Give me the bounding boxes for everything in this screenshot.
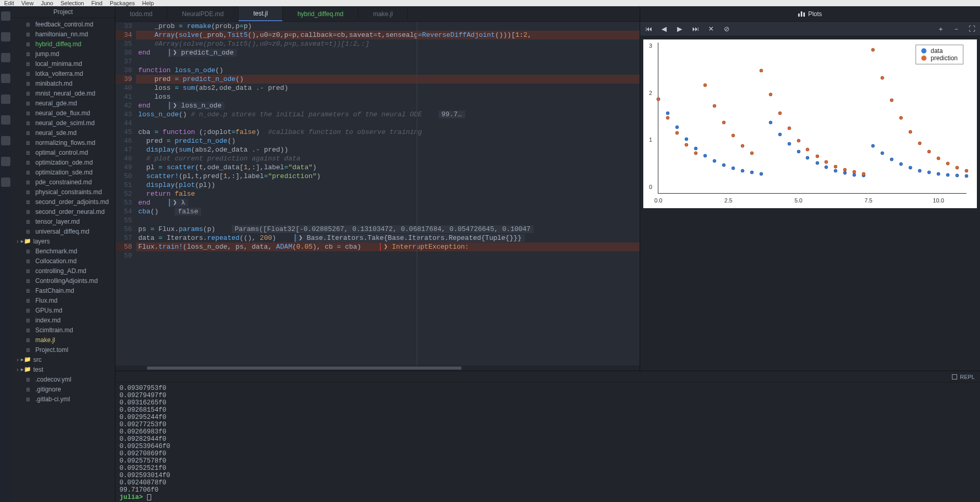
plot-zoomin-button[interactable]: ＋ <box>935 24 946 34</box>
code-line[interactable] <box>136 57 640 66</box>
menu-find[interactable]: Find <box>91 0 102 6</box>
menu-packages[interactable]: Packages <box>110 0 135 6</box>
code-line[interactable]: end ❯ loss_n_ode <box>136 101 640 110</box>
menu-help[interactable]: Help <box>142 0 154 6</box>
file-item[interactable]: 🗎ControllingAdjoints.md <box>11 276 115 286</box>
file-item[interactable]: 🗎physical_constraints.md <box>11 187 115 197</box>
file-item[interactable]: 🗎hybrid_diffeq.md <box>11 39 115 49</box>
code-lines[interactable]: _prob = remake(prob,p=p) Array(solve(_pr… <box>136 22 640 365</box>
code-line[interactable]: scatter!(pl,t,pred[1,:],label="predictio… <box>136 172 640 181</box>
file-item[interactable]: 🗎optimal_control.md <box>11 147 115 157</box>
activity-icon[interactable] <box>1 74 10 83</box>
file-item[interactable]: 🗎local_minima.md <box>11 59 115 69</box>
file-item[interactable]: 🗎index.md <box>11 315 115 325</box>
code-editor[interactable]: 3334353637383940414243444546474849505152… <box>115 22 640 365</box>
file-item[interactable]: 🗎pde_constrained.md <box>11 177 115 187</box>
file-item[interactable]: 🗎jump.md <box>11 49 115 59</box>
file-item[interactable]: 🗎Flux.md <box>11 295 115 305</box>
code-line[interactable]: cba = function (;doplot=false) #callback… <box>136 128 640 137</box>
file-item[interactable]: 🗎minibatch.md <box>11 78 115 88</box>
activity-icon[interactable] <box>1 115 10 125</box>
file-item[interactable]: 🗎hamiltonian_nn.md <box>11 29 115 39</box>
code-line[interactable]: loss = sum(abs2,ode_data .- pred) <box>136 84 640 92</box>
repl-prompt[interactable]: julia> <box>120 494 976 501</box>
code-line[interactable]: display(sum(abs2,ode_data .- pred)) <box>136 145 640 154</box>
plot-zoomout-button[interactable]: － <box>951 24 961 34</box>
file-item[interactable]: 🗎neural_ode_sciml.md <box>11 118 115 128</box>
file-item[interactable]: 🗎normalizing_flows.md <box>11 138 115 147</box>
plot-last-button[interactable]: ⏭ <box>690 24 700 34</box>
file-item[interactable]: 🗎.codecov.yml <box>11 374 115 384</box>
code-line[interactable]: pred = predict_n_ode() <box>136 137 640 145</box>
code-line[interactable]: return false <box>136 189 640 198</box>
file-item[interactable]: 🗎optimization_sde.md <box>11 167 115 177</box>
activity-icon[interactable] <box>1 178 10 187</box>
file-item[interactable]: 🗎.gitignore <box>11 384 115 394</box>
code-line[interactable] <box>136 251 640 260</box>
file-item[interactable]: 🗎Scimltrain.md <box>11 325 115 335</box>
file-item[interactable]: 🗎GPUs.md <box>11 305 115 315</box>
code-line[interactable]: # plot current prediction against data <box>136 154 640 163</box>
code-line[interactable] <box>136 216 640 225</box>
code-line[interactable]: loss_n_ode() # n_ode.p stores the initia… <box>136 110 640 119</box>
code-line[interactable]: data = Iterators.repeated((), 200) ❯ Bas… <box>136 234 640 242</box>
editor-tab[interactable]: NeuralPDE.md <box>167 6 239 21</box>
repl-body[interactable]: 0.09307953f00.09279497f00.09316265f00.09… <box>115 383 980 502</box>
file-tree[interactable]: 🗎feedback_control.md🗎hamiltonian_nn.md🗎h… <box>11 18 115 502</box>
code-line[interactable]: pred = predict_n_ode() <box>136 75 640 84</box>
file-item[interactable]: 🗎second_order_adjoints.md <box>11 197 115 207</box>
file-item[interactable]: 🗎neural_gde.md <box>11 98 115 108</box>
file-item[interactable]: 🗎feedback_control.md <box>11 19 115 29</box>
menu-view[interactable]: View <box>21 0 34 6</box>
file-item[interactable]: 🗎neural_ode_flux.md <box>11 108 115 118</box>
menu-edit[interactable]: Edit <box>4 0 14 6</box>
editor-tab[interactable]: hybrid_diffeq.md <box>283 6 359 21</box>
editor-tab[interactable]: make.jl <box>359 6 408 21</box>
code-line[interactable] <box>136 119 640 128</box>
file-item[interactable]: 🗎second_order_neural.md <box>11 207 115 216</box>
plot-close-button[interactable]: ✕ <box>706 24 716 34</box>
code-line[interactable]: Array(solve(_prob,Tsit5(),u0=z0,p=p,call… <box>136 31 640 39</box>
editor-tab[interactable]: todo.md <box>115 6 167 21</box>
activity-icon[interactable] <box>1 157 10 166</box>
code-line[interactable]: #Array(solve(prob,Tsit5(),u0=z0,p=p,save… <box>136 39 640 48</box>
plot-next-button[interactable]: ▶ <box>674 24 685 34</box>
activity-icon[interactable] <box>1 136 10 145</box>
code-line[interactable]: loss <box>136 92 640 101</box>
activity-icon[interactable] <box>1 32 10 42</box>
folder-item[interactable]: ›▸📁src <box>11 355 115 364</box>
file-item[interactable]: 🗎make.jl <box>11 335 115 345</box>
menu-juno[interactable]: Juno <box>41 0 54 6</box>
file-item[interactable]: 🗎Project.toml <box>11 345 115 355</box>
plot-clear-button[interactable]: ⊘ <box>721 24 732 34</box>
activity-icon[interactable] <box>1 94 10 104</box>
file-item[interactable]: 🗎lotka_volterra.md <box>11 69 115 78</box>
code-line[interactable]: end ❯ λ <box>136 198 640 207</box>
plot-first-button[interactable]: ⏮ <box>643 24 654 34</box>
folder-item[interactable]: ›▸📁test <box>11 364 115 374</box>
code-line[interactable]: Flux.train!(loss_n_ode, ps, data, ADAM(0… <box>136 242 640 251</box>
file-item[interactable]: 🗎.gitlab-ci.yml <box>11 394 115 404</box>
code-line[interactable]: display(plot(pl)) <box>136 181 640 189</box>
code-line[interactable]: pl = scatter(t,ode_data[1,:],label="data… <box>136 163 640 172</box>
file-item[interactable]: 🗎tensor_layer.md <box>11 216 115 226</box>
code-line[interactable]: end ❯ predict_n_ode <box>136 48 640 57</box>
file-item[interactable]: 🗎controlling_AD.md <box>11 266 115 276</box>
activity-icon[interactable] <box>1 53 10 62</box>
code-line[interactable]: cba() false <box>136 207 640 216</box>
code-line[interactable]: ps = Flux.params(p) Params([Float32[-0.0… <box>136 225 640 234</box>
file-item[interactable]: 🗎optimization_ode.md <box>11 157 115 167</box>
file-item[interactable]: 🗎FastChain.md <box>11 286 115 295</box>
menu-selection[interactable]: Selection <box>60 0 84 6</box>
folder-item[interactable]: ›▸📁layers <box>11 236 115 246</box>
activity-icon[interactable] <box>1 11 10 21</box>
code-line[interactable]: function loss_n_ode() <box>136 66 640 75</box>
plots-tab[interactable]: Plots <box>640 6 980 22</box>
editor-tab[interactable]: test.jl <box>239 6 283 21</box>
repl-header[interactable]: REPL <box>115 371 980 383</box>
file-item[interactable]: 🗎Collocation.md <box>11 256 115 266</box>
file-item[interactable]: 🗎neural_sde.md <box>11 128 115 138</box>
plot-prev-button[interactable]: ◀ <box>659 24 669 34</box>
file-item[interactable]: 🗎mnist_neural_ode.md <box>11 88 115 98</box>
file-item[interactable]: 🗎universal_diffeq.md <box>11 226 115 236</box>
